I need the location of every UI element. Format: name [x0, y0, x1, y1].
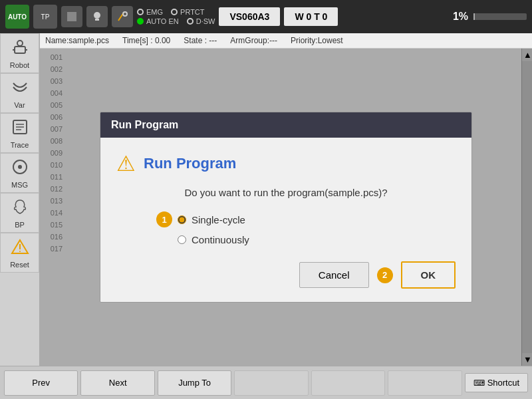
cancel-button[interactable]: Cancel [299, 262, 369, 288]
svg-rect-2 [95, 19, 99, 21]
dsw-dot [187, 18, 194, 25]
svg-point-4 [17, 41, 23, 46]
dialog-buttons: Cancel 2 OK [116, 261, 456, 289]
reset-icon [11, 237, 29, 259]
jump-to-button[interactable]: Jump To [158, 370, 231, 396]
state-label: State : --- [184, 36, 217, 45]
sidebar-robot-label: Robot [10, 61, 29, 69]
dialog-header: ⚠ Run Program [116, 151, 456, 176]
step1-badge: 1 [156, 211, 172, 227]
svg-rect-5 [15, 47, 25, 53]
bp-icon [11, 198, 29, 219]
bottom-toolbar: Prev Next Jump To ⌨ Shortcut [0, 366, 532, 399]
d-sw-label: D·SW [196, 17, 215, 25]
pct-bar [473, 13, 527, 20]
dialog-options: 1 Single-cycle Continuously [156, 211, 456, 245]
auto-en-label: AUTO EN [146, 17, 179, 25]
option-row-continuous: Continuously [156, 234, 456, 245]
dialog-body: ⚠ Run Program Do you want to run the pro… [100, 138, 471, 302]
sidebar-item-reset[interactable]: Reset [0, 233, 39, 273]
vs-button[interactable]: VS060A3 [219, 7, 280, 26]
sidebar: Robot Var Trace MSG BP [0, 33, 40, 366]
sidebar-item-bp[interactable]: BP [0, 193, 39, 233]
prtct-label: PRTCT [180, 8, 204, 16]
auto-label: AUTO [8, 13, 27, 21]
run-program-dialog: Run Program ⚠ Run Program Do you want to… [100, 112, 472, 303]
bulb-icon[interactable] [86, 6, 108, 27]
tp-label: TP [41, 13, 50, 21]
svg-point-3 [123, 12, 127, 16]
main-area: Robot Var Trace MSG BP [0, 33, 532, 366]
svg-point-1 [94, 12, 100, 19]
sidebar-msg-label: MSG [11, 181, 28, 189]
top-bar: AUTO TP EMG PRTCT AUTO EN D·SW VS060A3 W… [0, 0, 532, 33]
svg-rect-0 [67, 12, 76, 21]
svg-point-13 [18, 165, 22, 169]
tp-icon[interactable]: TP [33, 5, 57, 29]
single-cycle-radio[interactable] [178, 215, 186, 224]
shortcut-label: Shortcut [487, 378, 519, 388]
prtct-dot [171, 9, 178, 15]
var-icon [11, 78, 29, 100]
continuously-label: Continuously [192, 234, 249, 245]
sidebar-item-robot[interactable]: Robot [0, 33, 39, 73]
single-cycle-label: Single-cycle [192, 214, 245, 225]
pct-label: 1% [453, 11, 468, 23]
dialog-overlay: Run Program ⚠ Run Program Do you want to… [40, 49, 532, 366]
warning-icon: ⚠ [116, 151, 136, 176]
arm-group-label: ArmGroup:--- [230, 36, 277, 45]
emg-dot [137, 9, 144, 15]
sidebar-item-var[interactable]: Var [0, 73, 39, 113]
shortcut-icon: ⌨ [473, 378, 485, 388]
priority-label: Priority:Lowest [291, 36, 343, 45]
trace-icon [11, 118, 29, 140]
empty-btn-5[interactable] [311, 370, 385, 396]
dialog-titlebar: Run Program [100, 112, 471, 138]
time-label: Time[s] : 0.00 [122, 36, 170, 45]
sidebar-bp-label: BP [15, 221, 25, 229]
dialog-message: Do you want to run the program(sample.pc… [116, 187, 456, 198]
dialog-titlebar-label: Run Program [111, 119, 178, 130]
stop-icon[interactable] [61, 6, 82, 27]
shortcut-button[interactable]: ⌨ Shortcut [465, 373, 528, 392]
sidebar-var-label: Var [14, 101, 25, 109]
ok-button[interactable]: OK [401, 261, 456, 289]
sidebar-item-trace[interactable]: Trace [0, 113, 39, 153]
step2-badge: 2 [377, 267, 393, 283]
prev-button[interactable]: Prev [4, 370, 78, 396]
option-row-single: 1 Single-cycle [156, 211, 456, 227]
svg-point-16 [19, 251, 21, 252]
content-area: Name:sample.pcs Time[s] : 0.00 State : -… [40, 33, 532, 366]
percent-area: 1% [453, 11, 527, 23]
robot-icon [11, 38, 29, 60]
w-button[interactable]: W 0 T 0 [284, 7, 338, 26]
dialog-title: Run Program [144, 155, 236, 172]
code-area: 001 002 003 004 005 006 007 008 009 010 … [40, 49, 532, 366]
msg-icon [11, 158, 29, 180]
emg-label: EMG [146, 8, 163, 16]
info-bar: Name:sample.pcs Time[s] : 0.00 State : -… [40, 33, 532, 49]
auto-en-dot [137, 18, 144, 25]
next-button[interactable]: Next [80, 370, 154, 396]
signal-group: EMG PRTCT AUTO EN D·SW [137, 8, 215, 25]
sidebar-reset-label: Reset [10, 261, 29, 269]
file-name: Name:sample.pcs [45, 36, 109, 45]
sidebar-trace-label: Trace [11, 141, 29, 149]
continuously-radio[interactable] [178, 235, 186, 244]
sidebar-item-msg[interactable]: MSG [0, 153, 39, 193]
auto-icon[interactable]: AUTO [5, 5, 29, 29]
pct-fill [473, 13, 475, 20]
empty-btn-6[interactable] [388, 370, 462, 396]
tool-icon[interactable] [112, 6, 133, 27]
empty-btn-4[interactable] [234, 370, 308, 396]
